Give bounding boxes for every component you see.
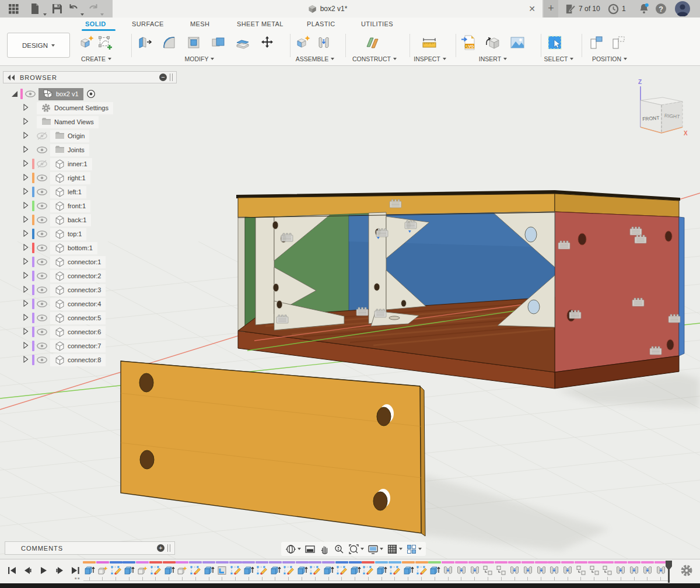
comments-bar[interactable]: COMMENTS + xyxy=(5,541,175,555)
job-status[interactable]: 1 xyxy=(608,0,626,18)
timeline-feature-extrude-21[interactable] xyxy=(349,561,361,580)
grid-settings-icon[interactable] xyxy=(386,543,403,555)
go-to-start-button[interactable] xyxy=(6,564,19,577)
app-grid-icon[interactable] xyxy=(8,3,20,15)
timeline-feature-joint-28[interactable] xyxy=(442,561,454,580)
browser-item-front-1[interactable]: front:1 xyxy=(3,199,177,213)
assemble-group-label[interactable]: ASSEMBLE xyxy=(294,55,336,63)
expand-arrow-icon[interactable] xyxy=(22,118,30,126)
expand-arrow-icon[interactable] xyxy=(22,314,30,322)
visibility-eye-icon[interactable] xyxy=(36,132,48,140)
timeline-feature-joint-33[interactable] xyxy=(509,561,520,580)
expand-arrow-icon[interactable] xyxy=(22,342,30,350)
position-group-label[interactable]: POSITION xyxy=(588,55,631,63)
comments-grip[interactable] xyxy=(167,544,170,552)
browser-item-connector-1[interactable]: connector:1 xyxy=(3,255,177,269)
create-sketch-button[interactable] xyxy=(96,33,114,52)
viewports-icon[interactable] xyxy=(405,543,422,555)
visibility-eye-icon[interactable] xyxy=(36,314,48,322)
timeline-feature-sketch-6[interactable] xyxy=(150,561,162,580)
document-tab[interactable]: box2 v1* ✕ xyxy=(113,0,542,18)
timeline-feature-sketch-14[interactable] xyxy=(256,561,268,580)
press-pull-button[interactable] xyxy=(136,33,153,52)
visibility-eye-icon[interactable] xyxy=(36,146,48,154)
construct-plane-button[interactable] xyxy=(364,33,382,52)
visibility-eye-icon[interactable] xyxy=(36,272,48,280)
undo-icon[interactable] xyxy=(68,3,79,15)
visibility-eye-icon[interactable] xyxy=(36,160,48,168)
visibility-eye-icon[interactable] xyxy=(36,300,48,308)
zoom-icon[interactable] xyxy=(333,543,345,555)
browser-header[interactable]: BROWSER − xyxy=(3,71,177,83)
tab-close-icon[interactable]: ✕ xyxy=(527,4,537,13)
timeline-feature-sketch-3[interactable] xyxy=(110,561,122,580)
step-forward-button[interactable] xyxy=(53,564,66,577)
timeline-feature-extrude-27[interactable] xyxy=(429,561,440,580)
combine-button[interactable] xyxy=(209,33,227,52)
visibility-eye-icon[interactable] xyxy=(36,188,48,196)
new-tab-button[interactable]: + xyxy=(544,0,558,18)
expand-arrow-icon[interactable] xyxy=(22,174,30,182)
play-button[interactable] xyxy=(37,564,50,577)
browser-item-box2-v1[interactable]: box2 v1 xyxy=(3,87,177,101)
expand-arrow-icon[interactable] xyxy=(10,90,19,98)
visibility-eye-icon[interactable] xyxy=(36,328,48,336)
timeline-feature-sketch-18[interactable] xyxy=(309,561,321,580)
visibility-eye-icon[interactable] xyxy=(36,342,48,350)
timeline-feature-sketch-24[interactable] xyxy=(389,561,401,580)
save-icon[interactable] xyxy=(51,3,63,15)
expand-arrow-icon[interactable] xyxy=(22,328,30,336)
timeline-feature-sketch-22[interactable] xyxy=(362,561,374,580)
expand-arrow-icon[interactable] xyxy=(22,300,30,308)
file-menu-caret[interactable] xyxy=(43,8,47,18)
browser-item-connector-5[interactable]: connector:5 xyxy=(3,311,177,325)
visibility-eye-icon[interactable] xyxy=(36,258,48,266)
browser-item-top-1[interactable]: top:1 xyxy=(3,227,177,241)
expand-arrow-icon[interactable] xyxy=(22,104,30,112)
tab-mesh[interactable]: MESH xyxy=(190,20,209,31)
expand-arrow-icon[interactable] xyxy=(22,286,30,294)
redo-caret[interactable] xyxy=(100,8,104,18)
measure-button[interactable] xyxy=(421,33,438,52)
browser-item-bottom-1[interactable]: bottom:1 xyxy=(3,241,177,255)
expand-arrow-icon[interactable] xyxy=(22,230,30,238)
timeline-feature-joint-41[interactable] xyxy=(615,561,626,580)
loose-front-panel-model[interactable] xyxy=(121,361,425,536)
timeline-feature-joint-37[interactable] xyxy=(562,561,573,580)
view-cube[interactable]: Z FRONT RIGHT X xyxy=(631,77,695,141)
capture-position-button[interactable] xyxy=(588,33,606,52)
browser-grip[interactable] xyxy=(170,74,173,81)
assemble-new-component-button[interactable] xyxy=(294,33,312,52)
timeline-feature-rigid-group-31[interactable] xyxy=(482,561,494,580)
expand-arrow-icon[interactable] xyxy=(22,258,30,266)
visibility-eye-icon[interactable] xyxy=(36,244,48,252)
expand-arrow-icon[interactable] xyxy=(22,244,30,252)
expand-arrow-icon[interactable] xyxy=(22,132,30,140)
browser-item-connector-4[interactable]: connector:4 xyxy=(3,297,177,311)
version-status[interactable]: 7 of 10 xyxy=(565,0,600,18)
offset-face-button[interactable] xyxy=(234,33,251,52)
timeline-settings-gear-icon[interactable] xyxy=(680,564,693,577)
browser-item-connector-6[interactable]: connector:6 xyxy=(3,325,177,339)
joint-button[interactable] xyxy=(315,33,332,52)
timeline-feature-extrude-23[interactable] xyxy=(376,561,387,580)
help-icon[interactable]: ? xyxy=(655,3,667,15)
expand-arrow-icon[interactable] xyxy=(22,216,30,224)
visibility-eye-icon[interactable] xyxy=(36,216,48,224)
timeline-feature-joint-35[interactable] xyxy=(536,561,547,580)
browser-item-left-1[interactable]: left:1 xyxy=(3,185,177,199)
timeline-feature-sketch-9[interactable] xyxy=(190,561,201,580)
insert-canvas-button[interactable] xyxy=(509,33,526,52)
file-menu-icon[interactable] xyxy=(29,3,41,15)
timeline-feature-joint-29[interactable] xyxy=(456,561,467,580)
notifications-bell-icon[interactable] xyxy=(638,3,650,15)
timeline-feature-extrude-13[interactable] xyxy=(243,561,254,580)
browser-item-named-views[interactable]: Named Views xyxy=(3,115,177,129)
browser-item-connector-7[interactable]: connector:7 xyxy=(3,339,177,353)
shell-button[interactable] xyxy=(185,33,202,52)
move-copy-button[interactable] xyxy=(258,33,276,52)
timeline-feature-extrude-15[interactable] xyxy=(270,561,281,580)
expand-arrow-icon[interactable] xyxy=(22,356,30,364)
timeline-feature-rigid-group-38[interactable] xyxy=(575,561,587,580)
look-at-icon[interactable] xyxy=(304,543,316,555)
